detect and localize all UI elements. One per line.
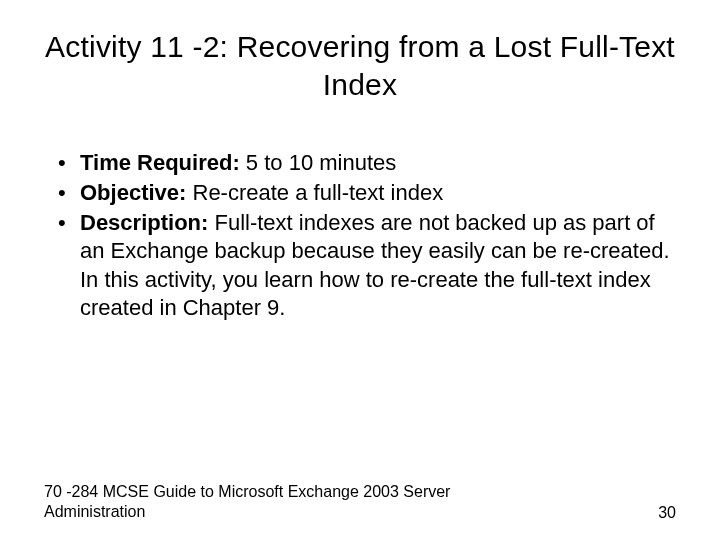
bullet-label: Description: bbox=[80, 210, 208, 235]
slide: Activity 11 -2: Recovering from a Lost F… bbox=[0, 0, 720, 540]
list-item: Description: Full-text indexes are not b… bbox=[58, 209, 676, 322]
list-item: Objective: Re-create a full-text index bbox=[58, 179, 676, 207]
bullet-label: Time Required: bbox=[80, 150, 240, 175]
bullet-label: Objective: bbox=[80, 180, 186, 205]
bullet-list: Time Required: 5 to 10 minutes Objective… bbox=[44, 149, 676, 322]
bullet-text: Re-create a full-text index bbox=[186, 180, 443, 205]
footer-text: 70 -284 MCSE Guide to Microsoft Exchange… bbox=[44, 482, 474, 522]
slide-title: Activity 11 -2: Recovering from a Lost F… bbox=[44, 28, 676, 103]
list-item: Time Required: 5 to 10 minutes bbox=[58, 149, 676, 177]
slide-footer: 70 -284 MCSE Guide to Microsoft Exchange… bbox=[44, 482, 676, 522]
bullet-text: 5 to 10 minutes bbox=[240, 150, 397, 175]
page-number: 30 bbox=[658, 504, 676, 522]
